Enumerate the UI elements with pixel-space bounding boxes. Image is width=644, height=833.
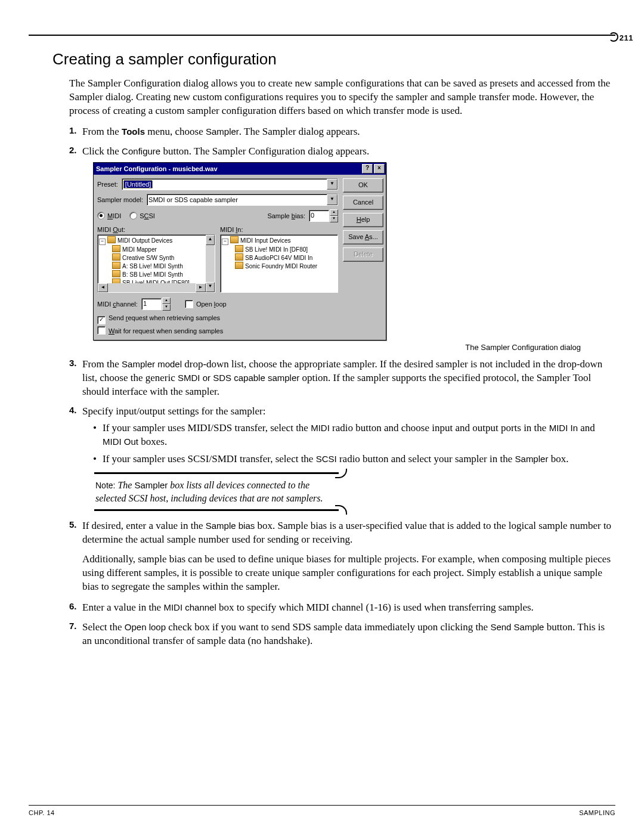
dialog-title: Sampler Configuration - musicbed.wav: [96, 165, 361, 172]
wait-request-label: Wait for request when sending samples: [109, 327, 223, 335]
preset-combo[interactable]: [Untitled] ▼: [122, 178, 338, 190]
device-icon: [107, 236, 116, 243]
send-request-checkbox[interactable]: ✓: [97, 316, 106, 324]
device-icon: [235, 253, 243, 261]
help-button[interactable]: Help: [343, 213, 383, 227]
device-icon: [112, 253, 120, 261]
save-as-button[interactable]: Save As...: [343, 230, 383, 244]
heading: Creating a sampler configuration: [52, 50, 615, 69]
delete-button: Delete: [343, 247, 383, 262]
note-box: Note: The Sampler box lists all devices …: [94, 472, 339, 511]
device-icon: [230, 236, 239, 243]
device-icon: [235, 262, 243, 269]
chevron-down-icon[interactable]: ▼: [327, 179, 338, 190]
sample-bias-input[interactable]: 0: [309, 210, 329, 222]
device-icon: [112, 270, 120, 277]
step-4-bullet-1: If your sampler uses MIDI/SDS transfer, …: [93, 422, 615, 449]
step-5: If desired, enter a value in the Sample …: [69, 519, 615, 594]
device-icon: [112, 245, 120, 252]
step-6: Enter a value in the MIDI channel box to…: [69, 601, 615, 615]
footer-chapter: CHP. 14: [29, 809, 55, 816]
dialog-titlebar[interactable]: Sampler Configuration - musicbed.wav ? ×: [94, 163, 386, 175]
titlebar-close-button[interactable]: ×: [374, 164, 385, 174]
device-icon: [112, 262, 120, 269]
wait-request-checkbox[interactable]: [97, 326, 106, 335]
preset-label: Preset:: [97, 181, 118, 188]
sample-bias-label: Sample bias:: [267, 212, 305, 219]
sampler-model-combo[interactable]: SMDI or SDS capable sampler ▼: [147, 194, 338, 206]
ok-button[interactable]: OK: [343, 178, 383, 193]
page-number: 211: [609, 32, 633, 42]
figure-caption: The Sampler Configuration dialog: [82, 343, 615, 352]
titlebar-help-button[interactable]: ?: [362, 164, 373, 174]
midi-channel-input[interactable]: 1: [141, 298, 162, 310]
midi-out-list[interactable]: −MIDI Output Devices MIDI Mapper Creativ…: [97, 234, 215, 293]
step-3: From the Sampler model drop-down list, c…: [69, 358, 615, 399]
step-1: From the Tools menu, choose Sampler. The…: [69, 125, 615, 139]
sample-bias-spinner[interactable]: ▲▼: [330, 209, 338, 222]
send-request-label: Send request when retrieving samples: [109, 314, 220, 321]
midi-out-label: MIDI Out:: [97, 226, 215, 233]
midi-radio[interactable]: MMIDIIDI: [97, 212, 121, 219]
chevron-down-icon[interactable]: ▼: [327, 194, 338, 205]
scsi-radio[interactable]: SCSISCSI: [129, 212, 155, 219]
intro-paragraph: The Sampler Configuration dialog allows …: [69, 77, 615, 118]
midi-in-label: MIDI In:: [220, 226, 338, 233]
sampler-model-label: Sampler model:: [97, 196, 143, 203]
step-4-bullet-2: If your sampler uses SCSI/SMDI transfer,…: [93, 453, 615, 466]
open-loop-checkbox[interactable]: [185, 300, 193, 308]
footer-section: SAMPLING: [579, 809, 615, 816]
step-7: Select the Open loop check box if you wa…: [69, 621, 615, 648]
sampler-config-dialog: Sampler Configuration - musicbed.wav ? ×…: [93, 162, 386, 340]
open-loop-label: Open loop: [196, 301, 227, 308]
midi-in-list[interactable]: −MIDI Input Devices SB Live! MIDI In [DF…: [220, 234, 338, 293]
midi-channel-spinner[interactable]: ▲▼: [162, 298, 171, 311]
top-rule: [29, 35, 615, 36]
device-icon: [235, 245, 243, 252]
midi-channel-label: MIDI channel:: [97, 301, 138, 308]
step-4: Specify input/output settings for the sa…: [69, 405, 615, 512]
step-2: Click the Configure button. The Sampler …: [69, 145, 615, 352]
cancel-button[interactable]: Cancel: [343, 196, 383, 210]
